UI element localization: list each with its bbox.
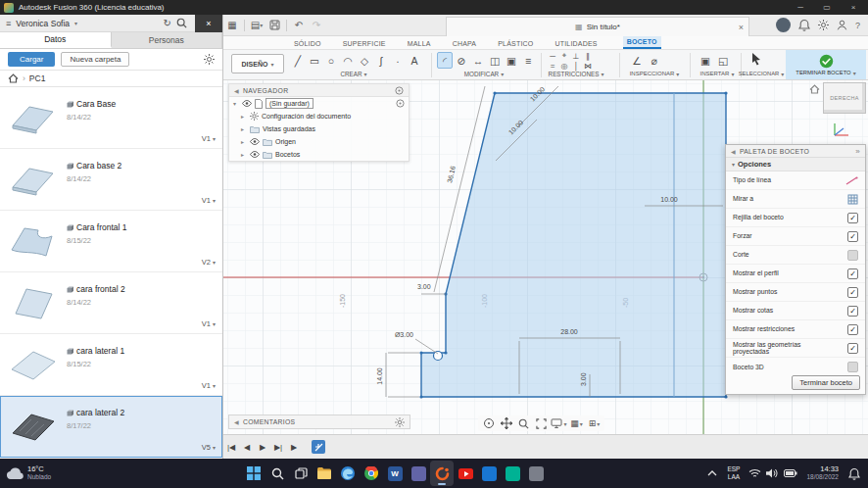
weather-widget[interactable]: 16°C Nublado xyxy=(0,465,69,482)
look-at-icon[interactable] xyxy=(847,194,858,205)
avatar[interactable] xyxy=(776,18,791,32)
palette-row-lookat[interactable]: Mirar a xyxy=(726,190,865,209)
tool-measure-diameter-icon[interactable]: ⌀ xyxy=(647,52,662,69)
grid-settings-icon[interactable]: ▦▾ xyxy=(568,416,585,430)
target-icon[interactable] xyxy=(396,99,405,108)
tab-solido[interactable]: SÓLIDO xyxy=(290,38,325,49)
tool-spline-icon[interactable]: ʃ xyxy=(373,52,389,69)
taskbar-search-icon[interactable] xyxy=(265,461,289,486)
timeline-go-start-icon[interactable]: |◀ xyxy=(223,443,239,452)
document-name[interactable]: (Sin guardar) xyxy=(265,98,313,109)
checkbox[interactable] xyxy=(847,324,858,335)
palette-row-show-profile[interactable]: Mostrar el perfil xyxy=(726,265,865,283)
insertar-group-label[interactable]: INSERTAR▾ xyxy=(694,71,741,77)
palette-row-grid[interactable]: Rejilla del boceto xyxy=(726,209,865,227)
tab-plastico[interactable]: PLÁSTICO xyxy=(494,38,537,49)
battery-icon[interactable] xyxy=(781,461,800,486)
constraint-equal-icon[interactable]: = xyxy=(547,61,558,71)
checkbox[interactable] xyxy=(847,287,858,298)
chrome-browser-icon[interactable] xyxy=(360,461,383,486)
hamburger-icon[interactable]: ≡ xyxy=(6,19,11,28)
help-icon[interactable]: ? xyxy=(855,21,860,30)
tab-boceto[interactable]: BOCETO xyxy=(623,36,661,49)
clock[interactable]: 14:33 18/08/2022 xyxy=(806,465,839,482)
tool-insert-image-icon[interactable]: ▣ xyxy=(698,52,713,69)
version-dropdown[interactable]: V5▾ xyxy=(202,443,216,452)
tool-fillet-icon[interactable]: ◜ xyxy=(437,52,453,69)
list-item[interactable]: Cara Base 8/14/22 V1▾ xyxy=(0,87,222,149)
display-settings-icon[interactable]: ▾ xyxy=(551,416,567,430)
checkbox[interactable] xyxy=(847,250,858,261)
eye-icon[interactable] xyxy=(242,100,252,107)
data-panel-toggle-icon[interactable]: ▦ xyxy=(223,18,241,33)
notifications-bell-icon[interactable] xyxy=(844,461,864,486)
collapse-panel-icon[interactable]: ◀ xyxy=(234,418,239,425)
browser-item-document-settings[interactable]: ▸ Configuración del documento xyxy=(229,110,409,122)
task-view-icon[interactable] xyxy=(289,461,313,486)
constraint-parallel-icon[interactable]: ∥ xyxy=(582,51,594,61)
expand-caret-icon[interactable]: ▸ xyxy=(241,125,247,132)
tool-point-icon[interactable]: ∙ xyxy=(390,52,406,69)
tool-select-cursor-icon[interactable] xyxy=(750,52,762,66)
pan-icon[interactable] xyxy=(498,416,514,430)
checkbox[interactable] xyxy=(847,268,858,279)
orbit-icon[interactable] xyxy=(480,416,497,430)
redo-icon[interactable]: ↷ xyxy=(308,18,325,33)
tab-malla[interactable]: MALLA xyxy=(404,38,435,49)
comments-bar[interactable]: ◀ COMENTARIOS xyxy=(228,415,410,429)
seleccionar-group-label[interactable]: SELECCIONAR▾ xyxy=(739,71,784,77)
viewports-icon[interactable]: ⊞▾ xyxy=(586,416,603,430)
version-dropdown[interactable]: V1▾ xyxy=(202,319,216,328)
close-button[interactable]: × xyxy=(843,3,864,12)
palette-row-snap[interactable]: Forzar xyxy=(726,227,865,246)
sketch-hole[interactable] xyxy=(434,352,443,361)
dimension-text[interactable]: 10.00 xyxy=(660,196,678,203)
palette-row-show-dimensions[interactable]: Mostrar cotas xyxy=(726,302,865,320)
word-app-icon[interactable]: W xyxy=(383,461,407,486)
wifi-icon[interactable] xyxy=(746,461,763,486)
upload-button[interactable]: Cargar xyxy=(8,52,55,67)
tool-line-icon[interactable]: ╱ xyxy=(290,52,306,69)
expand-caret-icon[interactable]: ▸ xyxy=(241,113,247,120)
refresh-icon[interactable]: ↻ xyxy=(164,18,171,28)
tool-measure-angle-icon[interactable]: ∠ xyxy=(629,52,645,69)
viewcube[interactable]: DERECHA xyxy=(823,82,866,114)
browser-item-origin[interactable]: ▸ Origen xyxy=(229,135,409,148)
fusion-360-taskbar-icon[interactable] xyxy=(430,461,454,486)
maximize-button[interactable]: ▭ xyxy=(816,3,838,12)
timeline-step-forward-icon[interactable]: ▶| xyxy=(270,443,286,452)
youtube-app-icon[interactable] xyxy=(454,461,477,486)
target-icon[interactable] xyxy=(395,86,404,95)
tool-polygon-icon[interactable]: ◇ xyxy=(357,52,372,69)
expand-right-icon[interactable]: » xyxy=(855,147,860,156)
expand-caret-icon[interactable]: ▸ xyxy=(241,151,247,158)
file-explorer-icon[interactable] xyxy=(313,461,336,486)
version-dropdown[interactable]: V1▾ xyxy=(202,134,216,143)
settings-gear-icon[interactable] xyxy=(818,20,829,30)
constraint-vertical-icon[interactable]: │ xyxy=(570,61,582,71)
timeline-step-back-icon[interactable]: ◀ xyxy=(239,443,255,452)
app-icon-teal[interactable] xyxy=(501,461,524,486)
teams-app-icon[interactable] xyxy=(407,461,430,486)
breadcrumb-pc1[interactable]: PC1 xyxy=(29,73,46,83)
modificar-group-label[interactable]: MODIFICAR▾ xyxy=(435,71,533,77)
version-dropdown[interactable]: V1▾ xyxy=(202,381,216,390)
palette-row-slice[interactable]: Corte xyxy=(726,246,865,265)
restricciones-group-label[interactable]: RESTRICCIONES▾ xyxy=(539,71,613,77)
finish-sketch-button[interactable]: TERMINAR BOCETO▾ xyxy=(786,50,866,79)
checkbox[interactable] xyxy=(847,362,858,372)
tab-superficie[interactable]: SUPERFICIE xyxy=(339,38,390,49)
close-data-panel-button[interactable]: × xyxy=(195,15,222,32)
constraint-horizontal-icon[interactable]: ─ xyxy=(547,51,558,61)
home-icon[interactable] xyxy=(8,73,19,83)
crear-group-label[interactable]: CREAR▾ xyxy=(290,71,417,77)
volume-icon[interactable] xyxy=(763,461,781,486)
tab-utilidades[interactable]: UTILIDADES xyxy=(551,38,601,49)
start-button[interactable] xyxy=(242,461,265,486)
home-icon[interactable] xyxy=(809,84,820,94)
list-item[interactable]: Cara frontal 1 8/15/22 V2▾ xyxy=(0,211,222,272)
browser-item-sketches[interactable]: ▸ Bocetos xyxy=(229,148,409,161)
checkbox[interactable] xyxy=(847,343,858,354)
dimension-text[interactable]: 3.00 xyxy=(580,372,587,386)
list-item[interactable]: cara lateral 1 8/15/22 V1▾ xyxy=(0,334,222,396)
